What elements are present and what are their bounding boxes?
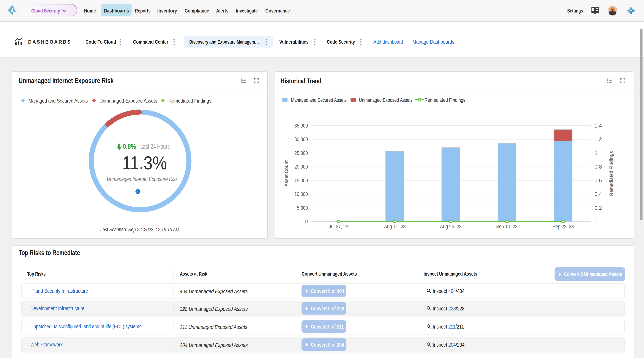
svg-text:15,000: 15,000 — [294, 177, 308, 183]
svg-text:25,000: 25,000 — [294, 150, 308, 156]
svg-text:20,000: 20,000 — [294, 164, 308, 170]
svg-text:Sep 22, 23: Sep 22, 23 — [552, 223, 574, 229]
svg-text:Aug 26, 23: Aug 26, 23 — [440, 223, 462, 229]
svg-text:1.2: 1.2 — [594, 136, 602, 142]
svg-text:Asset Count: Asset Count — [284, 160, 289, 187]
svg-text:Aug 11, 23: Aug 11, 23 — [384, 223, 406, 229]
svg-text:30,000: 30,000 — [294, 136, 308, 142]
svg-text:0: 0 — [594, 218, 598, 224]
svg-text:10,000: 10,000 — [294, 191, 308, 197]
svg-text:0.4: 0.4 — [594, 191, 602, 197]
svg-text:1: 1 — [594, 150, 598, 156]
svg-text:0.8: 0.8 — [594, 164, 602, 170]
svg-text:0.2: 0.2 — [594, 205, 602, 211]
svg-text:Remediated Findings: Remediated Findings — [608, 151, 614, 196]
svg-text:5,000: 5,000 — [297, 205, 308, 211]
svg-text:0.6: 0.6 — [594, 177, 602, 183]
svg-text:35,000: 35,000 — [294, 123, 308, 129]
svg-text:Sep 10, 23: Sep 10, 23 — [496, 223, 518, 229]
svg-text:0: 0 — [305, 218, 308, 224]
svg-text:Jul 27, 23: Jul 27, 23 — [329, 223, 348, 229]
svg-text:1.4: 1.4 — [594, 123, 602, 129]
